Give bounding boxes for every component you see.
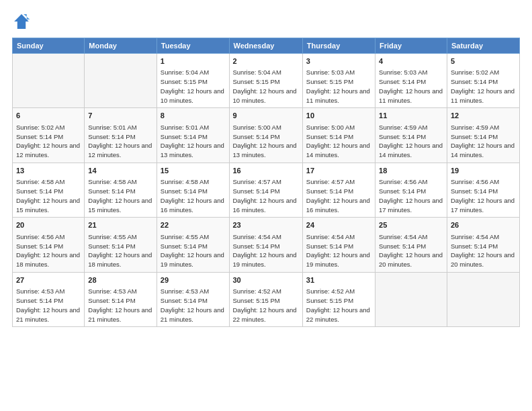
day-number: 17	[306, 166, 371, 176]
column-header-tuesday: Tuesday	[157, 38, 229, 54]
day-info: Sunrise: 4:54 AM Sunset: 5:14 PM Dayligh…	[306, 232, 371, 269]
page: SundayMondayTuesdayWednesdayThursdayFrid…	[0, 0, 532, 411]
day-number: 8	[161, 111, 226, 121]
day-number: 27	[16, 275, 81, 285]
day-number: 1	[161, 56, 226, 66]
day-number: 2	[233, 56, 299, 66]
day-cell: 24Sunrise: 4:54 AM Sunset: 5:14 PM Dayli…	[302, 218, 375, 272]
day-cell: 22Sunrise: 4:55 AM Sunset: 5:14 PM Dayli…	[157, 218, 229, 272]
day-number: 5	[451, 56, 516, 66]
day-cell	[85, 54, 157, 108]
day-info: Sunrise: 4:55 AM Sunset: 5:14 PM Dayligh…	[88, 232, 152, 269]
day-number: 16	[233, 166, 299, 176]
day-cell: 21Sunrise: 4:55 AM Sunset: 5:14 PM Dayli…	[85, 218, 157, 272]
day-number: 22	[161, 220, 226, 230]
calendar: SundayMondayTuesdayWednesdayThursdayFrid…	[12, 38, 520, 327]
day-number: 13	[16, 166, 81, 176]
day-number: 19	[451, 166, 516, 176]
day-number: 12	[451, 111, 516, 121]
day-number: 30	[233, 275, 299, 285]
day-info: Sunrise: 4:53 AM Sunset: 5:14 PM Dayligh…	[161, 287, 226, 324]
week-row-4: 27Sunrise: 4:53 AM Sunset: 5:14 PM Dayli…	[13, 272, 520, 326]
day-cell: 15Sunrise: 4:58 AM Sunset: 5:14 PM Dayli…	[157, 163, 229, 217]
day-number: 7	[88, 111, 152, 121]
day-number: 31	[306, 275, 371, 285]
day-number: 25	[379, 220, 443, 230]
day-info: Sunrise: 4:53 AM Sunset: 5:14 PM Dayligh…	[16, 287, 81, 324]
logo	[12, 12, 34, 31]
day-info: Sunrise: 4:58 AM Sunset: 5:14 PM Dayligh…	[161, 177, 226, 214]
day-info: Sunrise: 4:52 AM Sunset: 5:15 PM Dayligh…	[233, 287, 299, 324]
day-number: 28	[88, 275, 152, 285]
day-cell: 27Sunrise: 4:53 AM Sunset: 5:14 PM Dayli…	[13, 272, 85, 326]
day-info: Sunrise: 4:56 AM Sunset: 5:14 PM Dayligh…	[451, 177, 516, 214]
day-cell: 12Sunrise: 4:59 AM Sunset: 5:14 PM Dayli…	[447, 108, 519, 163]
day-cell: 8Sunrise: 5:01 AM Sunset: 5:14 PM Daylig…	[157, 108, 229, 163]
column-header-saturday: Saturday	[447, 38, 519, 54]
day-cell	[375, 272, 447, 326]
column-header-thursday: Thursday	[302, 38, 375, 54]
day-cell: 19Sunrise: 4:56 AM Sunset: 5:14 PM Dayli…	[447, 163, 519, 217]
day-info: Sunrise: 5:04 AM Sunset: 5:15 PM Dayligh…	[161, 68, 226, 105]
day-cell	[447, 272, 519, 326]
day-info: Sunrise: 5:01 AM Sunset: 5:14 PM Dayligh…	[88, 123, 152, 160]
day-cell: 7Sunrise: 5:01 AM Sunset: 5:14 PM Daylig…	[85, 108, 157, 163]
day-info: Sunrise: 4:57 AM Sunset: 5:14 PM Dayligh…	[306, 177, 371, 214]
day-number: 23	[233, 220, 299, 230]
day-cell	[13, 54, 85, 108]
header	[12, 12, 520, 31]
day-cell: 11Sunrise: 4:59 AM Sunset: 5:14 PM Dayli…	[375, 108, 447, 163]
day-cell: 4Sunrise: 5:03 AM Sunset: 5:14 PM Daylig…	[375, 54, 447, 108]
day-cell: 1Sunrise: 5:04 AM Sunset: 5:15 PM Daylig…	[157, 54, 229, 108]
day-cell: 5Sunrise: 5:02 AM Sunset: 5:14 PM Daylig…	[447, 54, 519, 108]
day-cell: 2Sunrise: 5:04 AM Sunset: 5:15 PM Daylig…	[229, 54, 302, 108]
day-cell: 14Sunrise: 4:58 AM Sunset: 5:14 PM Dayli…	[85, 163, 157, 217]
day-cell: 26Sunrise: 4:54 AM Sunset: 5:14 PM Dayli…	[447, 218, 519, 272]
day-cell: 31Sunrise: 4:52 AM Sunset: 5:15 PM Dayli…	[302, 272, 375, 326]
day-cell: 16Sunrise: 4:57 AM Sunset: 5:14 PM Dayli…	[229, 163, 302, 217]
day-info: Sunrise: 5:04 AM Sunset: 5:15 PM Dayligh…	[233, 68, 299, 105]
day-number: 6	[16, 111, 81, 121]
day-number: 18	[379, 166, 443, 176]
day-cell: 20Sunrise: 4:56 AM Sunset: 5:14 PM Dayli…	[13, 218, 85, 272]
day-info: Sunrise: 4:54 AM Sunset: 5:14 PM Dayligh…	[451, 232, 516, 269]
day-info: Sunrise: 4:53 AM Sunset: 5:14 PM Dayligh…	[88, 287, 152, 324]
column-header-wednesday: Wednesday	[229, 38, 302, 54]
day-info: Sunrise: 5:03 AM Sunset: 5:14 PM Dayligh…	[379, 68, 443, 105]
day-number: 11	[379, 111, 443, 121]
day-cell: 28Sunrise: 4:53 AM Sunset: 5:14 PM Dayli…	[85, 272, 157, 326]
week-row-1: 6Sunrise: 5:02 AM Sunset: 5:14 PM Daylig…	[13, 108, 520, 163]
calendar-header-row: SundayMondayTuesdayWednesdayThursdayFrid…	[13, 38, 520, 54]
day-info: Sunrise: 4:59 AM Sunset: 5:14 PM Dayligh…	[379, 123, 443, 160]
day-info: Sunrise: 4:56 AM Sunset: 5:14 PM Dayligh…	[379, 177, 443, 214]
day-info: Sunrise: 5:00 AM Sunset: 5:14 PM Dayligh…	[306, 123, 371, 160]
day-cell: 30Sunrise: 4:52 AM Sunset: 5:15 PM Dayli…	[229, 272, 302, 326]
day-info: Sunrise: 4:54 AM Sunset: 5:14 PM Dayligh…	[379, 232, 443, 269]
day-info: Sunrise: 5:00 AM Sunset: 5:14 PM Dayligh…	[233, 123, 299, 160]
column-header-sunday: Sunday	[13, 38, 85, 54]
day-number: 26	[451, 220, 516, 230]
week-row-0: 1Sunrise: 5:04 AM Sunset: 5:15 PM Daylig…	[13, 54, 520, 108]
day-info: Sunrise: 4:56 AM Sunset: 5:14 PM Dayligh…	[16, 232, 81, 269]
day-cell: 13Sunrise: 4:58 AM Sunset: 5:14 PM Dayli…	[13, 163, 85, 217]
day-cell: 3Sunrise: 5:03 AM Sunset: 5:15 PM Daylig…	[302, 54, 375, 108]
day-cell: 23Sunrise: 4:54 AM Sunset: 5:14 PM Dayli…	[229, 218, 302, 272]
day-number: 4	[379, 56, 443, 66]
day-number: 15	[161, 166, 226, 176]
day-number: 3	[306, 56, 371, 66]
day-info: Sunrise: 4:55 AM Sunset: 5:14 PM Dayligh…	[161, 232, 226, 269]
day-cell: 29Sunrise: 4:53 AM Sunset: 5:14 PM Dayli…	[157, 272, 229, 326]
day-number: 24	[306, 220, 371, 230]
day-info: Sunrise: 4:58 AM Sunset: 5:14 PM Dayligh…	[16, 177, 81, 214]
day-info: Sunrise: 4:59 AM Sunset: 5:14 PM Dayligh…	[451, 123, 516, 160]
day-cell: 25Sunrise: 4:54 AM Sunset: 5:14 PM Dayli…	[375, 218, 447, 272]
day-info: Sunrise: 4:52 AM Sunset: 5:15 PM Dayligh…	[306, 287, 371, 324]
day-cell: 10Sunrise: 5:00 AM Sunset: 5:14 PM Dayli…	[302, 108, 375, 163]
week-row-2: 13Sunrise: 4:58 AM Sunset: 5:14 PM Dayli…	[13, 163, 520, 217]
day-number: 14	[88, 166, 152, 176]
day-info: Sunrise: 5:01 AM Sunset: 5:14 PM Dayligh…	[161, 123, 226, 160]
day-cell: 9Sunrise: 5:00 AM Sunset: 5:14 PM Daylig…	[229, 108, 302, 163]
day-info: Sunrise: 5:02 AM Sunset: 5:14 PM Dayligh…	[451, 68, 516, 105]
day-number: 10	[306, 111, 371, 121]
week-row-3: 20Sunrise: 4:56 AM Sunset: 5:14 PM Dayli…	[13, 218, 520, 272]
